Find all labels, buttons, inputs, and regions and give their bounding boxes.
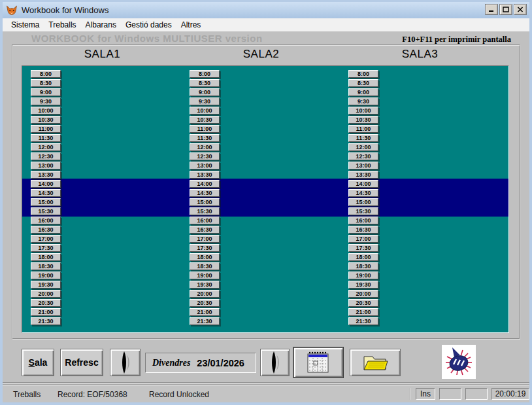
time-slot-button[interactable]: 13:00 (31, 162, 61, 169)
time-slot-button[interactable]: 14:30 (190, 189, 220, 197)
refresc-button[interactable]: Refresc (60, 349, 103, 376)
time-slot-button[interactable]: 8:00 (348, 70, 378, 78)
date-field[interactable]: Divendres 23/01/2026 (145, 353, 256, 373)
time-slot-button[interactable]: 20:00 (348, 290, 378, 298)
time-slot-button[interactable]: 20:30 (190, 299, 220, 307)
time-slot-button[interactable]: 9:00 (190, 88, 220, 96)
time-slot-button[interactable]: 11:00 (31, 125, 61, 133)
calendar-button[interactable] (293, 347, 343, 378)
time-slot-button[interactable]: 18:00 (348, 253, 378, 261)
time-slot-button[interactable]: 9:00 (31, 88, 61, 96)
time-slot-button[interactable]: 12:00 (190, 143, 220, 151)
time-slot-button[interactable]: 18:30 (31, 262, 61, 270)
time-slot-button[interactable]: 20:30 (31, 299, 61, 307)
time-slot-button[interactable]: 20:30 (348, 299, 378, 307)
time-slot-button[interactable]: 15:00 (190, 198, 220, 206)
time-slot-button[interactable]: 18:30 (190, 262, 220, 270)
time-slot-button[interactable]: 11:00 (190, 125, 220, 133)
time-slot-button[interactable]: 16:30 (190, 226, 220, 234)
time-slot-button[interactable]: 19:00 (31, 272, 61, 279)
date-weekday: Divendres (152, 358, 190, 368)
minimize-button[interactable] (485, 4, 498, 15)
time-slot-button[interactable]: 21:00 (31, 308, 61, 316)
time-slot-button[interactable]: 17:30 (190, 244, 220, 252)
time-slot-button[interactable]: 18:00 (190, 253, 220, 261)
time-slot-button[interactable]: 17:00 (31, 235, 61, 243)
time-slot-button[interactable]: 9:30 (348, 97, 378, 105)
time-slot-button[interactable]: 19:30 (31, 281, 61, 289)
time-slot-button[interactable]: 8:30 (348, 79, 378, 87)
time-slot-button[interactable]: 13:30 (31, 171, 61, 179)
time-slot-button[interactable]: 15:30 (31, 207, 61, 215)
time-slot-button[interactable]: 21:00 (348, 308, 378, 316)
time-slot-button[interactable]: 11:00 (348, 125, 378, 133)
menu-item-gesti-dades[interactable]: Gestió dades (121, 19, 176, 31)
time-slot-button[interactable]: 17:00 (348, 235, 378, 243)
time-slot-button[interactable]: 10:30 (190, 116, 220, 124)
time-slot-button[interactable]: 14:00 (190, 180, 220, 188)
time-slot-button[interactable]: 17:30 (348, 244, 378, 252)
time-slot-button[interactable]: 9:30 (31, 97, 61, 105)
time-slot-button[interactable]: 17:30 (31, 244, 61, 252)
menu-item-treballs[interactable]: Treballs (44, 19, 80, 31)
time-slot-button[interactable]: 9:00 (348, 88, 378, 96)
time-slot-button[interactable]: 21:30 (190, 317, 220, 325)
time-slot-button[interactable]: 8:30 (190, 79, 220, 87)
time-slot-button[interactable]: 17:00 (190, 235, 220, 243)
previous-day-button[interactable] (110, 349, 141, 376)
time-slot-button[interactable]: 13:00 (190, 162, 220, 169)
time-slot-button[interactable]: 12:00 (348, 143, 378, 151)
time-slot-button[interactable]: 10:30 (31, 116, 61, 124)
time-slot-button[interactable]: 18:00 (31, 253, 61, 261)
menu-item-albarans[interactable]: Albarans (81, 19, 121, 31)
time-slot-button[interactable]: 14:30 (31, 189, 61, 197)
time-slot-button[interactable]: 21:30 (348, 317, 378, 325)
menu-item-altres[interactable]: Altres (176, 19, 206, 31)
time-slot-button[interactable]: 10:00 (348, 107, 378, 114)
time-slot-button[interactable]: 20:00 (190, 290, 220, 298)
maximize-button[interactable] (499, 4, 512, 15)
time-slot-button[interactable]: 8:00 (190, 70, 220, 78)
time-slot-button[interactable]: 11:30 (190, 134, 220, 142)
time-slot-button[interactable]: 8:00 (31, 70, 61, 78)
time-slot-button[interactable]: 13:30 (190, 171, 220, 179)
time-slot-button[interactable]: 12:00 (31, 143, 61, 151)
close-button[interactable] (514, 4, 527, 15)
time-slot-button[interactable]: 12:30 (190, 152, 220, 160)
time-slot-button[interactable]: 15:30 (348, 207, 378, 215)
time-slot-button[interactable]: 16:30 (348, 226, 378, 234)
time-slot-button[interactable]: 16:00 (190, 217, 220, 224)
time-slot-button[interactable]: 19:00 (190, 272, 220, 279)
time-slot-button[interactable]: 10:00 (190, 107, 220, 114)
time-slot-button[interactable]: 13:00 (348, 162, 378, 169)
time-slot-button[interactable]: 14:00 (348, 180, 378, 188)
time-slot-button[interactable]: 16:00 (31, 217, 61, 224)
time-slot-button[interactable]: 21:00 (190, 308, 220, 316)
time-slot-button[interactable]: 19:00 (348, 272, 378, 279)
time-slot-button[interactable]: 21:30 (31, 317, 61, 325)
time-slot-button[interactable]: 13:30 (348, 171, 378, 179)
time-slot-button[interactable]: 14:30 (348, 189, 378, 197)
time-slot-button[interactable]: 8:30 (31, 79, 61, 87)
time-slot-button[interactable]: 19:30 (348, 281, 378, 289)
sala-button[interactable]: Sala (22, 349, 54, 376)
time-slot-button[interactable]: 14:00 (31, 180, 61, 188)
time-slot-button[interactable]: 20:00 (31, 290, 61, 298)
time-slot-button[interactable]: 10:30 (348, 116, 378, 124)
time-slot-button[interactable]: 16:30 (31, 226, 61, 234)
time-slot-button[interactable]: 16:00 (348, 217, 378, 224)
time-slot-button[interactable]: 12:30 (348, 152, 378, 160)
menu-item-sistema[interactable]: Sistema (7, 19, 44, 31)
time-slot-button[interactable]: 15:00 (31, 198, 61, 206)
time-slot-button[interactable]: 9:30 (190, 97, 220, 105)
time-slot-button[interactable]: 10:00 (31, 107, 61, 114)
time-slot-button[interactable]: 19:30 (190, 281, 220, 289)
time-slot-button[interactable]: 18:30 (348, 262, 378, 270)
folder-button[interactable] (350, 349, 401, 376)
time-slot-button[interactable]: 15:00 (348, 198, 378, 206)
next-day-button[interactable] (260, 349, 290, 376)
time-slot-button[interactable]: 15:30 (190, 207, 220, 215)
time-slot-button[interactable]: 12:30 (31, 152, 61, 160)
time-slot-button[interactable]: 11:30 (348, 134, 378, 142)
time-slot-button[interactable]: 11:30 (31, 134, 61, 142)
